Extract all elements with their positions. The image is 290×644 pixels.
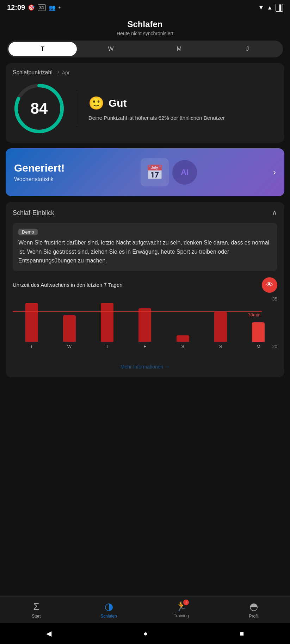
reference-line: 30min [13, 311, 262, 317]
bar-0 [25, 303, 38, 342]
chart-label: Uhrzeit des Aufwachens in den letzten 7 … [13, 282, 123, 288]
banner-subtitle: Wochenstatistik [14, 176, 64, 182]
eye-icon: 👁 [266, 281, 273, 289]
see-more-link[interactable]: Mehr Informationen → [13, 364, 277, 370]
bar-2 [101, 303, 113, 342]
recent-button[interactable]: ■ [240, 630, 244, 638]
status-right-icons: ▼ ▲ ▐ [258, 4, 283, 12]
page-subtitle: Heute nicht synchronisiert [7, 31, 283, 36]
calendar-decoration-icon: 📅 [141, 158, 169, 186]
score-circle: 84 [13, 82, 66, 135]
score-value: 84 [31, 100, 48, 117]
wakeup-bar-chart: 35 30min T W T F [13, 296, 277, 360]
bar-label-4: S [181, 344, 184, 349]
location-icon: 🎯 [28, 4, 35, 11]
training-badge: ! [183, 600, 189, 605]
rating-text: Gut [109, 97, 127, 109]
nav-item-schlafen[interactable]: ◑ Schlafen [73, 601, 145, 619]
banner-decorations: 📅 AI [141, 158, 197, 186]
period-tab-bar: T W M J [7, 41, 283, 57]
status-time-area: 12:09 🎯 31 👥 • [7, 4, 61, 12]
collapse-chevron-icon[interactable]: ∧ [272, 208, 277, 217]
system-nav: ◀ ● ■ [0, 623, 290, 644]
score-content: 84 🙂 Gut Deine Punktzahl ist höher als 6… [13, 82, 277, 135]
score-right: 🙂 Gut Deine Punktzahl ist höher als 62% … [88, 96, 277, 122]
page-header: Schlafen Heute nicht synchronisiert [0, 14, 290, 41]
sleep-insight-card: Schlaf-Einblick ∧ Demo Wenn Sie frustrie… [6, 202, 284, 377]
bar-label-6: M [257, 344, 260, 349]
nav-label-profil: Profil [249, 614, 258, 619]
home-button[interactable]: ● [143, 630, 148, 638]
bar-4 [177, 335, 189, 342]
tab-week[interactable]: W [77, 42, 145, 56]
tab-year[interactable]: J [213, 42, 282, 56]
demo-badge: Demo [18, 229, 38, 235]
bar-group-2: T [88, 303, 126, 349]
bar-label-0: T [30, 344, 33, 349]
nav-label-schlafen: Schlafen [100, 614, 117, 619]
bar-6 [252, 322, 265, 342]
banner-text: Generiert! Wochenstatistik [14, 162, 64, 182]
bar-1 [63, 315, 76, 342]
bar-group-1: W [50, 315, 88, 349]
signal-icon: ▲ [267, 5, 273, 11]
score-rating: 🙂 Gut [88, 96, 277, 111]
divider [77, 91, 77, 126]
ai-decoration-icon: AI [172, 160, 197, 185]
bar-label-3: F [144, 344, 147, 349]
weekly-stats-banner[interactable]: Generiert! Wochenstatistik 📅 AI › [6, 148, 284, 196]
page-title: Schlafen [7, 19, 283, 29]
score-description: Deine Punktzahl ist höher als 62% der äh… [88, 114, 277, 122]
bar-label-1: W [67, 344, 72, 349]
nav-item-start[interactable]: Σ Start [0, 601, 73, 619]
bar-group-4: S [164, 335, 202, 349]
card-date: 7. Apr. [57, 70, 71, 75]
insight-title: Schlaf-Einblick [13, 209, 54, 217]
wifi-icon: ▼ [258, 4, 264, 11]
sleep-score-card: Schlafpunktzahl 7. Apr. 84 🙂 Gut Deine P… [6, 63, 284, 143]
tab-month[interactable]: M [145, 42, 214, 56]
status-time: 12:09 [7, 4, 25, 12]
battery-icon: ▐ [276, 4, 283, 12]
chart-label-row: Uhrzeit des Aufwachens in den letzten 7 … [13, 277, 277, 293]
banner-chevron-icon: › [273, 167, 276, 177]
tab-today[interactable]: T [8, 42, 77, 56]
card-header: Schlafpunktzahl 7. Apr. [13, 69, 277, 76]
insight-text: Wenn Sie frustriert darüber sind, letzte… [18, 238, 272, 265]
banner-title: Generiert! [14, 162, 64, 174]
chart-y-bottom-label: 20 [272, 344, 277, 349]
calendar-icon: 31 [38, 4, 45, 11]
schlafen-icon: ◑ [105, 601, 113, 612]
bar-label-2: T [106, 344, 109, 349]
dot-icon: • [58, 4, 61, 11]
nav-item-profil[interactable]: ◓ Profil [217, 601, 290, 619]
nav-label-start: Start [32, 614, 41, 619]
bar-label-5: S [219, 344, 222, 349]
card-title: Schlafpunktzahl [13, 69, 53, 76]
status-bar: 12:09 🎯 31 👥 • ▼ ▲ ▐ [0, 0, 290, 14]
bottom-nav: Σ Start ◑ Schlafen 🏃 ! Training ◓ Profil [0, 596, 290, 623]
nav-item-training[interactable]: 🏃 ! Training [145, 601, 218, 618]
rating-emoji: 🙂 [88, 96, 104, 111]
bar-group-6: M [240, 322, 277, 349]
teams-icon: 👥 [49, 4, 56, 11]
reference-line-label: 30min [248, 312, 262, 317]
bar-group-0: T [13, 303, 50, 349]
eye-button[interactable]: 👁 [262, 277, 277, 293]
insight-body: Demo Wenn Sie frustriert darüber sind, l… [13, 223, 277, 271]
profil-icon: ◓ [249, 601, 258, 612]
training-icon: 🏃 ! [175, 601, 187, 612]
nav-label-training: Training [174, 613, 189, 618]
bar-chart-inner: 30min T W T F S [13, 296, 277, 349]
back-button[interactable]: ◀ [46, 629, 51, 638]
insight-header: Schlaf-Einblick ∧ [13, 208, 277, 217]
start-icon: Σ [33, 601, 39, 612]
